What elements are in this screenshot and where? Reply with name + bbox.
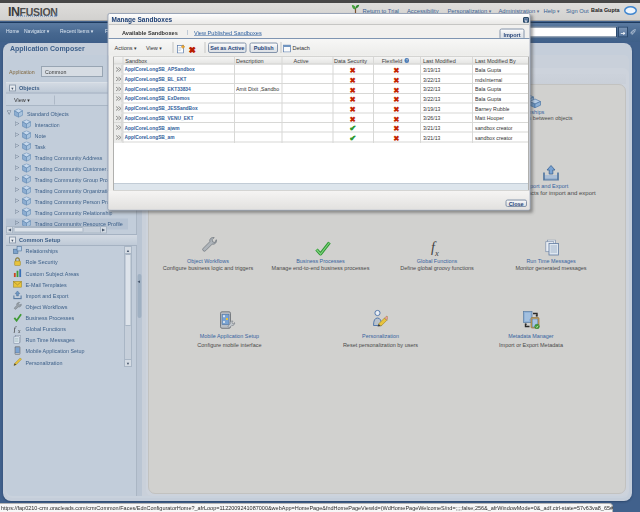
- svg-text:f: f: [13, 325, 17, 333]
- svg-text:x: x: [17, 328, 21, 333]
